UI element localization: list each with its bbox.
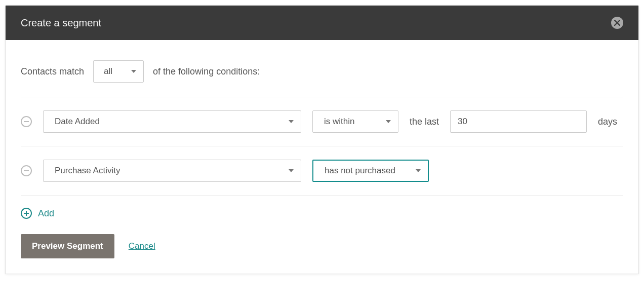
condition-unit: days [598, 117, 617, 127]
chevron-down-icon [416, 169, 421, 172]
plus-icon [21, 208, 32, 219]
condition-field-value: Purchase Activity [55, 166, 120, 176]
match-intro: Contacts match all of the following cond… [21, 60, 623, 97]
remove-condition-icon[interactable] [21, 165, 32, 176]
chevron-down-icon [289, 120, 294, 123]
condition-row: Purchase Activity has not purchased [21, 146, 623, 196]
condition-field-select[interactable]: Purchase Activity [43, 160, 301, 182]
preview-segment-button[interactable]: Preview Segment [21, 234, 114, 258]
modal-header: Create a segment [6, 6, 638, 40]
match-mode-select[interactable]: all [93, 60, 144, 83]
condition-operator-select[interactable]: is within [312, 110, 398, 133]
intro-suffix: of the following conditions: [153, 66, 260, 77]
condition-operator-select[interactable]: has not purchased [312, 160, 429, 182]
match-mode-value: all [104, 66, 112, 77]
condition-value-input[interactable] [450, 110, 587, 133]
chevron-down-icon [386, 120, 391, 123]
condition-field-value: Date Added [55, 117, 100, 127]
footer: Preview Segment Cancel [21, 234, 623, 258]
cancel-link[interactable]: Cancel [129, 241, 155, 251]
condition-operator-value: has not purchased [325, 166, 395, 176]
add-label: Add [38, 208, 54, 219]
condition-field-select[interactable]: Date Added [43, 110, 301, 133]
remove-condition-icon[interactable] [21, 116, 32, 127]
condition-row: Date Added is within the last days [21, 97, 623, 146]
close-icon[interactable] [611, 17, 623, 29]
intro-prefix: Contacts match [21, 66, 84, 77]
chevron-down-icon [289, 169, 294, 172]
condition-mid-text: the last [410, 117, 439, 127]
modal-title: Create a segment [21, 17, 101, 29]
chevron-down-icon [131, 70, 136, 73]
modal-body: Contacts match all of the following cond… [6, 40, 638, 274]
segment-modal: Create a segment Contacts match all of t… [5, 5, 639, 274]
condition-operator-value: is within [324, 117, 354, 127]
add-condition-button[interactable]: Add [21, 196, 54, 234]
